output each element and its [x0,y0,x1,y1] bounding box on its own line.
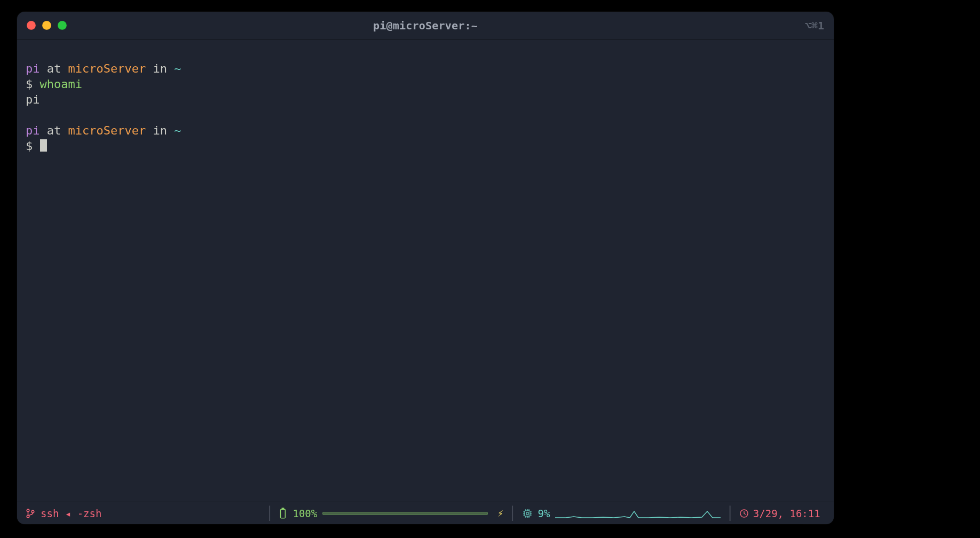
svg-point-1 [27,515,29,518]
status-clock: 3/29, 16:11 [739,508,820,519]
prompt-in: in [146,124,174,137]
prompt-dir: ~ [174,62,181,75]
clock-icon [739,509,749,518]
svg-point-0 [27,509,29,512]
prompt-user: pi [26,124,40,137]
battery-bar [322,512,488,515]
cpu-chip-icon [522,508,533,519]
svg-rect-5 [525,511,530,516]
svg-rect-6 [526,512,528,515]
status-separator: │ [721,507,739,520]
status-process-text: ssh ◂ -zsh [41,508,101,519]
status-cpu: 9% [522,507,721,520]
clock-text: 3/29, 16:11 [753,508,820,519]
prompt-symbol: $ [26,77,40,91]
battery-percent: 100% [293,508,317,519]
prompt-symbol: $ [26,139,40,153]
svg-rect-3 [281,509,286,518]
traffic-lights [27,21,67,30]
prompt-at: at [40,62,68,75]
prompt-host: microServer [68,124,146,137]
titlebar: pi@microServer:~ ⌥⌘1 [17,12,834,39]
command-text: whoami [40,77,82,91]
status-process: ssh ◂ -zsh [26,508,260,519]
window-title: pi@microServer:~ [17,19,834,32]
prompt-in: in [146,62,174,75]
command-output: pi [26,93,40,106]
git-branch-icon [26,508,35,519]
cpu-percent: 9% [538,508,550,519]
terminal-output[interactable]: pi at microServer in ~ $ whoami pi pi at… [17,39,834,502]
window-shortcut-indicator: ⌥⌘1 [805,19,824,32]
svg-point-2 [31,510,34,513]
status-battery: 100% ⚡︎ [279,508,503,519]
status-separator: │ [503,507,521,520]
svg-rect-4 [282,508,284,509]
status-separator: │ [260,507,279,520]
prompt-host: microServer [68,62,146,75]
battery-icon [279,508,287,519]
cpu-sparkline [555,507,721,520]
charging-bolt-icon: ⚡︎ [493,508,503,519]
status-bar: ssh ◂ -zsh │ 100% ⚡︎ │ 9% [17,502,834,524]
minimize-window-button[interactable] [42,21,51,30]
prompt-at: at [40,124,68,137]
close-window-button[interactable] [27,21,36,30]
prompt-user: pi [26,62,40,75]
zoom-window-button[interactable] [58,21,67,30]
cursor [40,139,48,152]
prompt-dir: ~ [174,124,181,137]
terminal-window: pi@microServer:~ ⌥⌘1 pi at microServer i… [17,12,834,524]
